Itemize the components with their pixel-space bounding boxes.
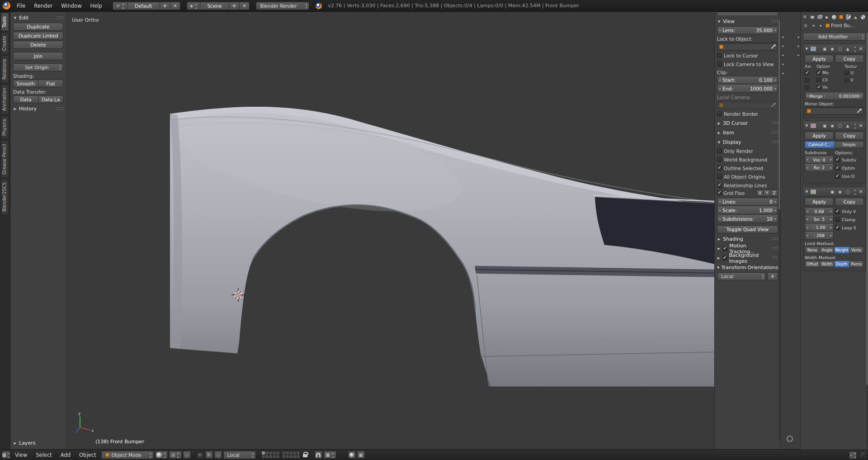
panel-header-view[interactable]: View [717, 17, 778, 26]
move-modifier-arrows-icon[interactable] [852, 46, 856, 52]
layer-cell[interactable] [269, 455, 272, 458]
render-visibility-icon[interactable]: ▣ [821, 46, 828, 52]
world-tab-icon[interactable] [830, 14, 837, 20]
lock-to-cursor-row[interactable]: Lock to Cursor [717, 52, 778, 59]
grid-scale-slider[interactable]: Scale: 1.000 [717, 206, 778, 214]
region-collapse-arrows-icon[interactable]: ◂▸ [797, 53, 799, 57]
outline-selected-row[interactable]: Outline Selected [717, 165, 778, 171]
tab-grease-pencil[interactable]: Grease Pencil [1, 140, 9, 178]
delete-modifier-icon[interactable] [858, 46, 864, 52]
region-collapse-arrows-icon[interactable]: ◂▸ [797, 35, 799, 39]
limit-none-button[interactable]: None [805, 247, 820, 254]
clipped-button[interactable] [717, 12, 778, 15]
copy-button[interactable]: Copy [835, 198, 864, 206]
region-collapse-arrows-icon[interactable]: ◂▸ [782, 44, 784, 48]
mirror-v-row[interactable]: V [844, 76, 864, 83]
manipulator-translate-button[interactable]: + [196, 451, 204, 459]
mirror-modifier-header[interactable]: ▣ ◉ ▢ ▲ [803, 44, 865, 53]
only-vertices-row[interactable]: Only V [835, 207, 864, 215]
catmull-clark-button[interactable]: Catmull-C... [805, 141, 835, 148]
bevel-width-slider[interactable]: 0.68 [805, 207, 834, 215]
copy-button[interactable]: Copy [835, 132, 864, 140]
join-button[interactable]: Join [13, 52, 63, 60]
region-collapse-arrows-icon[interactable]: ◂▸ [782, 71, 784, 75]
checkbox[interactable] [717, 166, 722, 171]
region-collapse-arrows-icon[interactable]: ◂▸ [782, 35, 784, 39]
subdivide-uvs-row[interactable]: Subdiv [835, 156, 864, 164]
orientation-dropdown[interactable]: Local [717, 272, 766, 280]
checkbox[interactable] [816, 85, 821, 90]
panel-grip-handle[interactable] [771, 131, 778, 135]
tab-blender2scs[interactable]: Blender2SCS [1, 179, 9, 215]
checkbox[interactable] [835, 157, 840, 162]
panel-grip-handle[interactable] [57, 107, 63, 111]
lock-camera-row[interactable]: Lock Camera to View [717, 61, 778, 67]
layer-group-2[interactable] [282, 451, 300, 459]
expand-region-circle[interactable] [787, 436, 793, 442]
checkbox[interactable] [805, 85, 809, 90]
cage-icon[interactable]: ▲ [844, 123, 851, 129]
render-layers-tab-icon[interactable] [816, 14, 823, 20]
mirror-axis-y-row[interactable] [805, 76, 816, 83]
mirror-merge-row[interactable]: Me [816, 69, 844, 76]
panel-header-background-images[interactable]: Background Images [717, 254, 778, 262]
checkbox[interactable] [717, 157, 722, 162]
pivot-align-toggle[interactable]: ◇ [183, 451, 191, 459]
bevel-segments-slider[interactable]: Se: 5 [805, 215, 834, 223]
viewport-visibility-icon[interactable]: ◉ [829, 123, 835, 129]
object-tab-icon[interactable] [838, 14, 844, 20]
subsurf-modifier-header[interactable]: ▣ ◉ ▢ ▲ [803, 121, 865, 130]
edit-mode-icon[interactable]: ▢ [837, 46, 843, 52]
tab-relations[interactable]: Relations [1, 55, 9, 83]
view-subdivisions-slider[interactable]: Vie: 0 [805, 156, 834, 164]
eyedropper-icon[interactable] [771, 103, 776, 108]
properties-editor-menu-icon[interactable] [802, 14, 808, 20]
scene-browse-button[interactable]: ◈ [187, 2, 200, 10]
panel-grip-handle[interactable] [771, 237, 778, 241]
simple-button[interactable]: Simple [835, 141, 864, 148]
panel-header-layers[interactable]: Layers [13, 439, 63, 447]
clip-start-slider[interactable]: Start: 0.100 [717, 76, 778, 84]
scene-add-button[interactable] [229, 2, 240, 10]
panel-header-shading[interactable]: Shading [717, 235, 778, 243]
loop-slide-row[interactable]: Loop S [835, 223, 864, 232]
move-modifier-arrows-icon[interactable] [852, 189, 856, 195]
edit-mode-icon[interactable]: ▢ [837, 123, 843, 129]
width-offset-button[interactable]: Offset [805, 261, 820, 268]
screen-layout-close-button[interactable] [170, 2, 180, 10]
optimal-display-row[interactable]: Optim [835, 164, 864, 172]
layer-cell[interactable] [293, 455, 296, 458]
add-modifier-dropdown[interactable]: Add Modifier [803, 33, 866, 41]
checkbox[interactable] [844, 71, 849, 75]
screen-layout-browse-button[interactable] [113, 2, 127, 10]
limit-angle-button[interactable]: Angle [820, 247, 835, 254]
material-tab-icon[interactable] [859, 14, 866, 20]
delete-modifier-icon[interactable] [858, 123, 864, 129]
checkbox[interactable] [835, 174, 840, 179]
panel-header-history[interactable]: History [13, 104, 63, 113]
data-layout-button[interactable]: Data La [38, 95, 63, 103]
shade-flat-button[interactable]: Flat [38, 80, 63, 87]
panel-header-transform-orientations[interactable]: Transform Orientations [717, 263, 778, 272]
layer-cell[interactable] [297, 455, 300, 458]
snap-element-dropdown[interactable]: ▦ [324, 451, 336, 459]
axis-z-button[interactable]: Z [771, 190, 778, 196]
opengl-render-anim-button[interactable]: ▦ [357, 451, 365, 459]
mirror-object-field[interactable] [805, 107, 864, 115]
tab-create[interactable]: Create [1, 32, 9, 54]
screen-layout-name-field[interactable]: Default [127, 2, 160, 10]
checkbox[interactable] [722, 246, 727, 251]
lock-to-scene-button[interactable] [302, 451, 309, 459]
panel-grip-handle[interactable] [771, 121, 778, 125]
clip-end-slider[interactable]: End: 1000.000 [717, 85, 778, 93]
checkbox[interactable] [722, 256, 727, 261]
bevel-profile-slider[interactable]: : 1.00 [805, 223, 834, 232]
menu-object[interactable]: Object [75, 451, 99, 459]
render-subdivisions-slider[interactable]: Re: 2 [805, 164, 834, 172]
layer-cell[interactable] [286, 455, 289, 458]
region-collapse-arrows-icon[interactable]: ◂▸ [797, 44, 799, 48]
scene-tab-icon[interactable]: ◈ [823, 14, 830, 20]
car-model[interactable] [170, 91, 714, 387]
blender-logo-icon[interactable] [3, 2, 10, 9]
copy-button[interactable]: Copy [835, 55, 864, 63]
